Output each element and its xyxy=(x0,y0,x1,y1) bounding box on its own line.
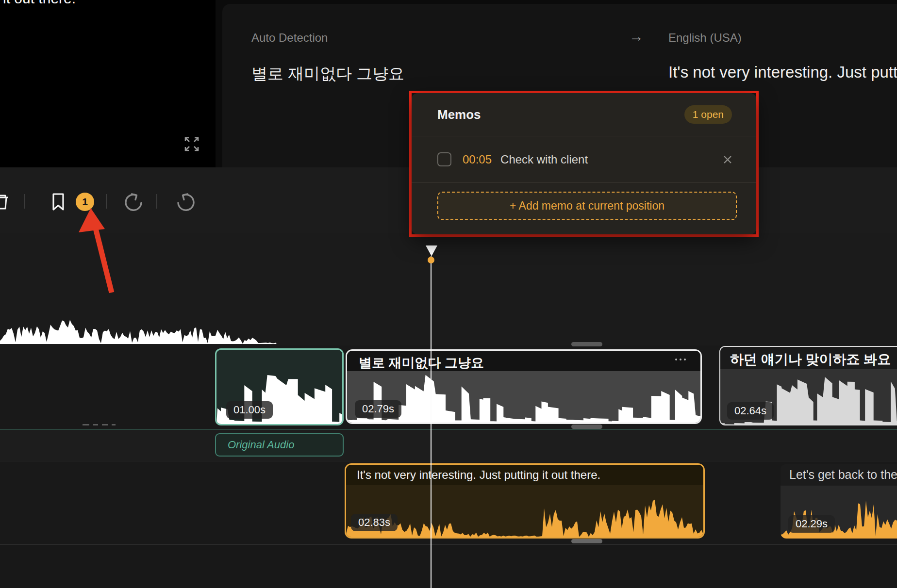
bookmark-icon[interactable] xyxy=(50,192,67,212)
toolbar-divider xyxy=(156,194,157,209)
clip-waveform xyxy=(346,486,703,537)
memo-close-icon[interactable] xyxy=(722,154,733,165)
arrow-right-icon: → xyxy=(629,28,644,45)
original-audio-label: Original Audio xyxy=(228,439,294,451)
original-audio-chip[interactable]: Original Audio xyxy=(215,433,344,457)
clip-more-menu-icon[interactable] xyxy=(675,359,686,360)
toolbar-divider xyxy=(24,194,25,209)
collapsed-waveform-dash xyxy=(112,424,116,425)
collapsed-waveform-dash xyxy=(93,424,98,425)
source-language-label[interactable]: Auto Detection xyxy=(251,31,328,45)
video-subtitle-overlay: it out there. xyxy=(3,0,76,7)
add-memo-button[interactable]: + Add memo at current position xyxy=(437,192,737,220)
memo-text[interactable]: Check with client xyxy=(500,153,722,166)
playhead-dot xyxy=(428,257,434,263)
collapsed-waveform-dash xyxy=(102,424,108,425)
memos-header: Memos 1 open xyxy=(412,93,756,136)
playhead-line[interactable] xyxy=(431,256,432,588)
delete-icon[interactable] xyxy=(0,192,12,212)
original-audio-row xyxy=(0,429,897,461)
source-segment-text[interactable]: 별로 재미없다 그냥요 xyxy=(251,63,404,85)
clip-title: 별로 재미없다 그냥요 xyxy=(359,354,484,372)
clip-title: 하던 얘기나 맞이하죠 봐요 xyxy=(730,350,891,369)
clip-trim-handle-top[interactable] xyxy=(571,342,602,346)
clip-dubbed-segment-1[interactable]: It's not very interesting. Just putting … xyxy=(345,463,705,539)
clip-title: It's not very interesting. Just putting … xyxy=(357,468,600,482)
clip-video-segment-3[interactable]: 하던 얘기나 맞이하죠 봐요 02.64s xyxy=(719,346,897,425)
target-segment-text[interactable]: It's not very interesting. Just putt xyxy=(668,63,897,82)
clip-duration-badge: 02.83s xyxy=(351,514,398,531)
clip-duration-badge: 02.29s xyxy=(788,515,835,533)
memos-footer: + Add memo at current position xyxy=(412,183,756,234)
clip-duration-badge: 02.64s xyxy=(727,402,774,420)
redo-icon[interactable] xyxy=(175,192,197,213)
memos-open-count-badge: 1 open xyxy=(684,105,732,124)
timeline-empty-area xyxy=(0,544,897,588)
clip-dubbed-segment-2[interactable]: Let's get back to the t 02.29s xyxy=(781,464,897,539)
target-language-label[interactable]: English (USA) xyxy=(668,31,742,45)
clip-trim-handle-bottom[interactable] xyxy=(571,425,602,429)
clip-selected-original[interactable]: 01.00s xyxy=(215,348,344,425)
clip-trim-handle-bottom[interactable] xyxy=(571,539,602,543)
clip-duration-badge: 01.00s xyxy=(226,401,273,419)
clip-title: Let's get back to the t xyxy=(789,468,897,482)
clip-video-segment-2[interactable]: 별로 재미없다 그냥요 02.79s xyxy=(346,349,702,424)
memo-timestamp[interactable]: 00:05 xyxy=(463,153,492,166)
memos-title: Memos xyxy=(437,107,684,122)
collapsed-waveform-dash xyxy=(83,424,89,425)
waveform-original-left xyxy=(0,314,277,345)
annotation-arrow xyxy=(68,206,126,296)
playhead-marker[interactable] xyxy=(425,245,438,257)
memo-list-item[interactable]: 00:05 Check with client xyxy=(412,136,756,183)
memos-popup-highlight: Memos 1 open 00:05 Check with client + A… xyxy=(409,91,759,237)
fullscreen-expand-icon[interactable] xyxy=(183,135,201,153)
memos-popup: Memos 1 open 00:05 Check with client + A… xyxy=(412,93,756,234)
memo-checkbox[interactable] xyxy=(437,152,451,166)
clip-duration-badge: 02.79s xyxy=(355,400,401,418)
